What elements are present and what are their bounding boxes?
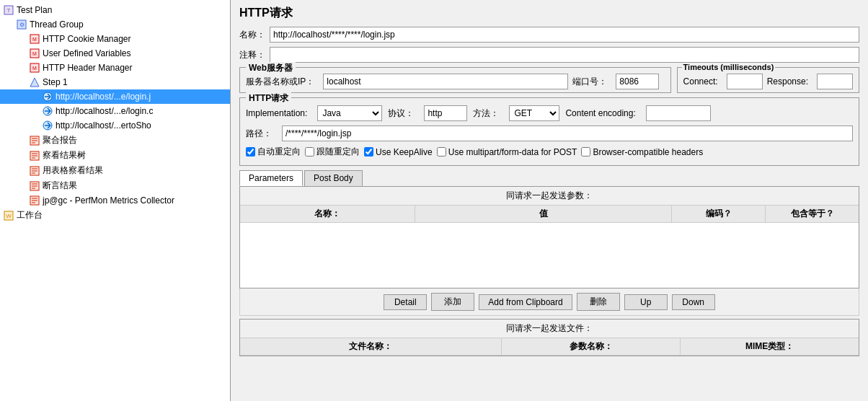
tree-item-label-workbench: 工作台 (17, 209, 43, 221)
comment-input[interactable] (270, 47, 859, 63)
tree-item-label-http2: http://localhost/...e/login.c (56, 106, 153, 116)
files-send-row: 同请求一起发送文件： (240, 320, 859, 338)
http-icon (42, 105, 53, 117)
tree-item-report2[interactable]: 察看结果树 (0, 148, 230, 163)
server-label: 服务器名称或IP： (246, 76, 314, 88)
checkboxes-row: 自动重定向 跟随重定向 Use KeepAlive Use multipart/… (246, 146, 853, 158)
server-input[interactable] (323, 74, 568, 89)
tree-item-user-vars[interactable]: MUser Defined Variables (0, 46, 230, 61)
http-impl-row: Implementation: Java HttpClient3.1 HttpC… (246, 102, 853, 121)
params-cols: 名称： 值 编码？ 包含等于？ (240, 206, 859, 223)
auto-redirect-checkbox[interactable] (246, 147, 255, 157)
detail-button[interactable]: Detail (384, 294, 427, 310)
name-input[interactable] (270, 27, 859, 43)
server-row: 服务器名称或IP： 端口号： (246, 71, 665, 89)
browser-compat-checkbox[interactable] (581, 147, 590, 157)
right-panel: HTTP请求 名称： 注释： Web服务器 服务器名称或IP： 端口号： Tim… (231, 0, 868, 401)
tab-parameters[interactable]: Parameters (239, 170, 303, 186)
tree-item-label-http3: http://localhost/...ertoSho (56, 120, 151, 131)
multipart-checkbox[interactable] (437, 147, 446, 157)
response-input[interactable] (817, 74, 853, 89)
add-button[interactable]: 添加 (431, 293, 474, 311)
tree-item-http1[interactable]: http://localhost/...e/login.j (0, 89, 230, 104)
tree-item-label-user-vars: User Defined Variables (43, 48, 131, 58)
method-select[interactable]: GET POST PUT DELETE (509, 105, 559, 121)
tree-item-report4[interactable]: 断言结果 (0, 178, 230, 193)
name-row: 名称： (239, 27, 859, 43)
params-area: 同请求一起发送参数： 名称： 值 编码？ 包含等于？ (239, 186, 859, 288)
svg-text:M: M (32, 66, 37, 71)
up-button[interactable]: Up (624, 294, 668, 310)
cookie-icon: M (29, 33, 40, 45)
keepalive-checkbox[interactable] (364, 147, 373, 157)
path-label: 路径： (246, 128, 272, 140)
response-label: Response: (767, 76, 808, 87)
browser-compat-label[interactable]: Browser-compatible headers (581, 147, 703, 157)
follow-redirect-label[interactable]: 跟随重定向 (305, 146, 360, 158)
port-input[interactable] (616, 74, 659, 89)
timeouts-box: Timeouts (milliseconds) Connect: Respons… (677, 67, 859, 93)
files-area: 同请求一起发送文件： 文件名称： 参数名称： MIME类型： (239, 319, 859, 356)
col-encode: 编码？ (672, 206, 766, 222)
tree-item-label-step1: Step 1 (43, 77, 68, 87)
name-label: 名称： (239, 29, 265, 41)
add-clipboard-button[interactable]: Add from Clipboard (479, 294, 572, 310)
port-label: 端口号： (572, 76, 607, 88)
col-include: 包含等于？ (766, 206, 859, 222)
tree-item-thread-group[interactable]: ⚙Thread Group (0, 17, 230, 32)
tree-item-workbench[interactable]: W工作台 (0, 208, 230, 223)
tree-item-http-cookie[interactable]: MHTTP Cookie Manager (0, 32, 230, 46)
report-icon (29, 195, 40, 206)
protocol-label: 协议： (388, 107, 414, 120)
col-value: 值 (415, 206, 672, 222)
tree-item-http3[interactable]: http://localhost/...ertoSho (0, 118, 230, 133)
web-server-box: Web服务器 服务器名称或IP： 端口号： (239, 67, 671, 93)
http-icon (42, 120, 53, 131)
tree-item-label-report1: 聚合报告 (43, 134, 77, 146)
tree-item-label-report3: 用表格察看结果 (43, 164, 103, 177)
http-request-legend: HTTP请求 (246, 92, 291, 105)
encoding-input[interactable] (646, 105, 711, 121)
tree-item-http-header[interactable]: MHTTP Header Manager (0, 61, 230, 75)
tree-item-test-plan[interactable]: TTest Plan (0, 3, 230, 17)
tree-item-label-http-header: HTTP Header Manager (43, 63, 133, 73)
tree-item-report3[interactable]: 用表格察看结果 (0, 163, 230, 178)
impl-select[interactable]: Java HttpClient3.1 HttpClient4 (317, 105, 382, 121)
tree-item-http2[interactable]: http://localhost/...e/login.c (0, 104, 230, 118)
protocol-input[interactable] (424, 105, 467, 121)
tree-item-label-report2: 察看结果树 (43, 149, 86, 162)
method-label: 方法： (473, 107, 499, 120)
tree-item-perfmon[interactable]: jp@gc - PerfMon Metrics Collector (0, 193, 230, 208)
path-row: 路径： (246, 125, 853, 141)
tree-item-label-report4: 断言结果 (43, 180, 77, 192)
keepalive-label[interactable]: Use KeepAlive (364, 147, 433, 157)
col-name: 名称： (240, 206, 415, 222)
tree-item-step1[interactable]: Step 1 (0, 75, 230, 89)
svg-text:⚙: ⚙ (19, 22, 25, 28)
follow-redirect-checkbox[interactable] (305, 147, 314, 157)
delete-button[interactable]: 删除 (577, 293, 620, 311)
tree-item-label-thread-group: Thread Group (30, 19, 84, 30)
params-body (240, 223, 859, 288)
left-panel: TTest Plan⚙Thread GroupMHTTP Cookie Mana… (0, 0, 231, 401)
svg-marker-10 (30, 78, 39, 87)
multipart-label[interactable]: Use multipart/form-data for POST (437, 147, 577, 157)
connect-input[interactable] (727, 74, 763, 89)
timeouts-row: Connect: Response: (683, 71, 853, 89)
report-icon (29, 135, 40, 146)
report-icon (29, 150, 40, 162)
tree-item-label-http-cookie: HTTP Cookie Manager (43, 34, 131, 44)
down-button[interactable]: Down (672, 294, 715, 310)
tabs-bar: Parameters Post Body (239, 170, 859, 186)
report-icon (29, 165, 40, 177)
tree-item-label-http1: http://localhost/...e/login.j (56, 92, 151, 102)
timeouts-legend: Timeouts (milliseconds) (682, 63, 776, 71)
path-input[interactable] (282, 125, 853, 141)
tree-item-report1[interactable]: 聚合报告 (0, 133, 230, 148)
send-together-label: 同请求一起发送参数： (506, 190, 593, 202)
tab-post-body[interactable]: Post Body (304, 170, 363, 186)
files-cols: 文件名称： 参数名称： MIME类型： (240, 338, 859, 356)
file-col-name: 文件名称： (240, 338, 502, 355)
auto-redirect-label[interactable]: 自动重定向 (246, 146, 301, 158)
impl-label: Implementation: (246, 108, 307, 118)
